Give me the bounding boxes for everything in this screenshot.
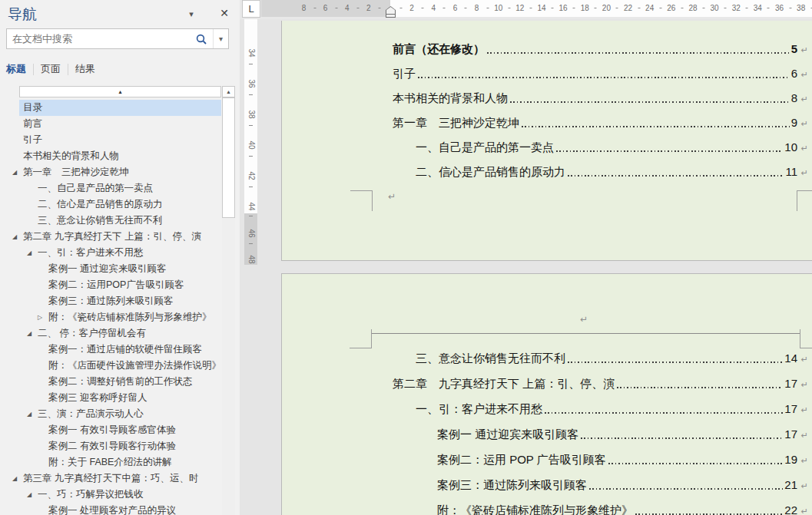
ruler-number: 14 [537,0,545,17]
toc-entry: 案例二：运用 POP 广告吸引顾客19↵ [437,452,797,467]
ruler-number: 18 [581,0,589,17]
collapse-icon[interactable]: ◢ [12,229,17,245]
tab-pages[interactable]: 页面 [34,62,68,76]
ruler-tick [465,8,467,8]
header-paragraph-mark-icon: ↵ [580,314,588,325]
toc-entry: 本书相关的背景和人物8↵ [393,91,797,106]
nav-heading-label: 目录 [19,102,42,113]
nav-heading-item[interactable]: ◢三、演：产品演示动人心 [19,406,221,422]
toc-entry: 第一章 三把神沙定乾坤9↵ [393,115,797,130]
ruler-number: 32 [732,0,741,17]
paragraph-mark-icon: ↵ [801,70,808,80]
nav-heading-label: 三、演：产品演示动人心 [19,408,144,419]
jump-to-top-bar[interactable]: ▴ [19,86,221,97]
ruler-tick [703,8,705,8]
nav-heading-item[interactable]: 案例一 有效引导顾客感官体验 [19,422,221,438]
collapse-icon[interactable]: ◢ [27,245,31,261]
nav-heading-item[interactable]: ◢第二章 九字真经打天下 上篇：引、停、演 [19,229,221,245]
ruler-tick [552,8,554,8]
search-options-dropdown-icon[interactable]: ▾ [213,29,228,48]
document-canvas: 前言（还在修改）5↵引子6↵本书相关的背景和人物8↵第一章 三把神沙定乾坤9↵一… [240,19,812,515]
tab-headings[interactable]: 标题 [6,62,33,76]
toc-entry: 前言（还在修改）5↵ [393,41,797,57]
ruler-tick [659,8,661,8]
nav-heading-item[interactable]: ◢一、引：客户进来不用愁 [19,245,221,261]
ruler-tick [508,8,510,8]
scrollbar-thumb[interactable] [222,97,235,218]
ruler-number: 8 [302,0,307,17]
toc-entry-text: 二、信心是产品销售的原动力 [416,164,565,180]
nav-heading-item[interactable]: ◢第三章 九字真经打天下中篇：巧、运、时 [19,470,221,487]
toc-dot-leader [418,77,790,78]
nav-heading-label: 案例一 处理顾客对产品的异议 [19,505,176,515]
nav-heading-item[interactable]: ▷附：《瓷砖店铺标准陈列与形象维护》 [19,309,221,325]
toc-dot-leader [510,101,790,103]
ruler-number: 38 [797,0,805,17]
close-icon[interactable]: ✕ [216,5,233,21]
nav-heading-item[interactable]: 本书相关的背景和人物 [19,148,221,164]
nav-heading-label: 案例三 迎客称呼好留人 [19,392,147,403]
scrollbar-up-icon[interactable]: ▲ [222,86,235,97]
search-icon[interactable] [190,29,213,48]
nav-heading-item[interactable]: 案例一 通过迎宾来吸引顾客 [19,261,221,277]
nav-heading-item[interactable]: 引子 [19,132,221,148]
nav-heading-item[interactable]: 附：《店面硬件设施管理办法操作说明》 [19,358,221,374]
nav-scrollbar[interactable]: ▲ [222,86,235,515]
jump-to-top-icon: ▴ [118,88,121,95]
ruler-number: 4 [431,0,436,17]
nav-heading-label: 案例一 有效引导顾客感官体验 [19,424,176,435]
toc-entry-text: 一、引：客户进来不用愁 [416,401,542,417]
nav-heading-item[interactable]: 案例二：运用POP广告吸引顾客 [19,277,221,293]
nav-heading-item[interactable]: 案例三：通过陈列来吸引顾客 [19,293,221,309]
nav-heading-item[interactable]: 案例一：通过店铺的软硬件留住顾客 [19,342,221,358]
toc-page-number: 11 [785,164,797,180]
ruler-tick [335,8,337,8]
ruler-number: 2 [366,0,371,17]
tab-results[interactable]: 结果 [68,62,102,76]
toc-entry: 引子6↵ [393,66,797,81]
nav-heading-item[interactable]: 案例二：调整好销售前的工作状态 [19,374,221,390]
nav-heading-item[interactable]: 附：关于 FABE介绍法的讲解 [19,454,221,470]
left-indent-marker[interactable] [386,14,396,18]
nav-heading-label: 第一章 三把神沙定乾坤 [19,167,129,177]
toc-entry: 三、意念让你销售无往而不利14↵ [416,351,797,366]
nav-heading-item[interactable]: 二、信心是产品销售的原动力 [19,196,221,213]
nav-heading-label: 案例三：通过陈列来吸引顾客 [19,295,174,306]
nav-heading-item[interactable]: ◢第一章 三把神沙定乾坤 [19,164,221,180]
tab-stop-selector[interactable]: L [242,0,260,18]
ruler-tick [573,8,575,8]
nav-heading-item[interactable]: ◢一、巧：巧解异议把钱收 [19,487,221,503]
nav-heading-label: 附：《瓷砖店铺标准陈列与形象维护》 [19,312,212,322]
paragraph-mark-icon: ↵ [801,45,808,55]
ruler-tick [616,8,618,8]
search-input[interactable] [7,33,190,45]
toc-entry-text: 第二章 九字真经打天下 上篇：引、停、演 [393,376,615,391]
nav-heading-item[interactable]: 案例一 处理顾客对产品的异议 [19,503,221,515]
ruler-number: 30 [711,0,719,17]
nav-heading-item[interactable]: 前言 [19,116,221,132]
nav-heading-item[interactable]: 一、自己是产品的第一卖点 [19,180,221,196]
collapse-icon[interactable]: ◢ [27,406,31,422]
nav-heading-item[interactable]: 案例二 有效引导顾客行动体验 [19,438,221,454]
expand-icon[interactable]: ▷ [38,309,42,325]
ruler-tick [443,8,446,8]
nav-heading-label: 第三章 九字真经打天下中篇：巧、运、时 [19,473,198,484]
nav-heading-item[interactable]: ◢二、 停：客户停留机会有 [19,325,221,342]
ruler-number: 16 [559,0,568,17]
nav-heading-item[interactable]: 三、意念让你销售无往而不利 [19,213,221,229]
toc-dot-leader [568,175,784,177]
ruler-tick [724,8,727,8]
pane-options-dropdown-icon[interactable]: ▾ [183,6,200,21]
collapse-icon[interactable]: ◢ [12,164,17,180]
ruler-number: 22 [624,0,632,17]
document-page-1: 前言（还在修改）5↵引子6↵本书相关的背景和人物8↵第一章 三把神沙定乾坤9↵一… [281,21,812,261]
collapse-icon[interactable]: ◢ [27,487,31,503]
nav-heading-label: 一、引：客户进来不用愁 [19,247,144,258]
paragraph-mark-icon: ↵ [801,481,808,491]
collapse-icon[interactable]: ◢ [27,325,31,342]
nav-heading-label: 案例一：通过店铺的软硬件留住顾客 [19,344,202,355]
nav-heading-item[interactable]: 目录 [19,100,221,116]
collapse-icon[interactable]: ◢ [12,470,17,487]
nav-heading-item[interactable]: 案例三 迎客称呼好留人 [19,390,221,406]
text-boundary-mark [797,190,797,211]
